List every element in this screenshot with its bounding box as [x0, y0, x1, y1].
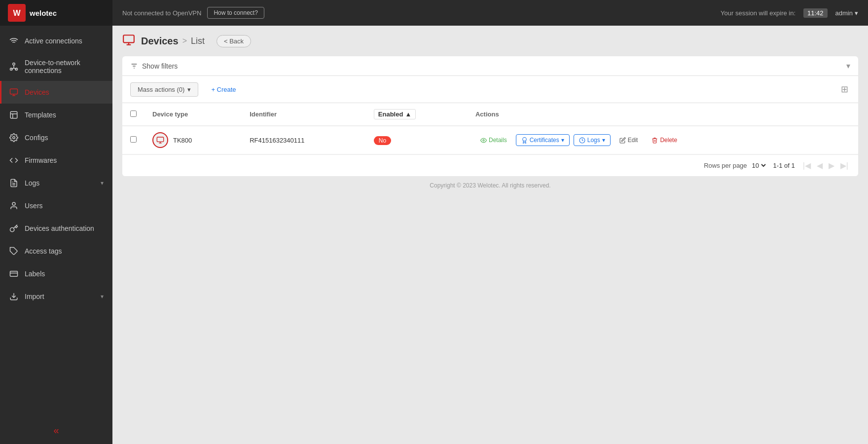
sidebar-item-templates[interactable]: Templates [0, 104, 112, 126]
certificates-button[interactable]: Certificates ▾ [516, 134, 570, 146]
sidebar-item-users[interactable]: Users [0, 194, 112, 217]
sidebar-item-import-label: Import [25, 293, 44, 300]
svg-rect-29 [157, 137, 163, 142]
sidebar-item-devices-authentication-label: Devices authentication [25, 224, 94, 232]
logs-button[interactable]: Logs ▾ [574, 134, 611, 146]
how-to-connect-button[interactable]: How to connect? [207, 7, 264, 19]
logs-label: Logs [587, 137, 600, 144]
mass-actions-button[interactable]: Mass actions (0) ▾ [130, 82, 198, 97]
show-filters-button[interactable]: Show filters [130, 62, 178, 70]
certificates-label: Certificates [530, 137, 559, 144]
header-enabled[interactable]: Enabled ▲ [366, 103, 468, 126]
devices-table: Device type Identifier Enabled ▲ [122, 103, 858, 176]
sidebar-item-users-label: Users [25, 202, 43, 210]
user-dropdown-icon: ▾ [855, 9, 858, 17]
not-connected-status: Not connected to OpenVPN [122, 9, 201, 17]
enabled-label: Enabled [378, 111, 403, 118]
sidebar-item-configs[interactable]: Configs [0, 126, 112, 149]
trash-icon [651, 137, 658, 144]
row-checkbox-cell [122, 126, 145, 154]
sidebar-item-device-to-network[interactable]: Device-to-network connections [0, 52, 112, 81]
device-type-icon [152, 132, 168, 148]
sidebar-item-logs[interactable]: Logs ▾ [0, 172, 112, 194]
filter-icon [130, 62, 138, 70]
label-icon [9, 269, 19, 279]
template-icon [9, 110, 19, 120]
user-menu-button[interactable]: admin ▾ [835, 9, 858, 17]
row-checkbox[interactable] [130, 136, 137, 143]
session-label: Your session will expire in: [721, 9, 796, 17]
page-content: Devices > List < Back Show filters ▾ [112, 26, 868, 444]
collapse-sidebar-button[interactable]: « [53, 425, 59, 436]
row-enabled: No [366, 126, 468, 154]
header-identifier: Identifier [242, 103, 366, 126]
topbar-left: Not connected to OpenVPN How to connect? [122, 7, 264, 19]
device-type-name: TK800 [173, 137, 192, 144]
breadcrumb-list: List [191, 36, 205, 46]
network-icon [9, 62, 19, 72]
topbar: Not connected to OpenVPN How to connect?… [112, 0, 868, 26]
logo-area: W welotec [0, 0, 112, 26]
eye-icon [480, 137, 487, 144]
sidebar-item-labels-label: Labels [25, 270, 45, 278]
username-label: admin [835, 9, 853, 17]
svg-point-15 [13, 137, 15, 139]
edit-label: Edit [628, 137, 638, 144]
table-body: TK800 RF4151632340111 No [122, 126, 858, 154]
certificates-chevron-icon: ▾ [561, 137, 564, 144]
sidebar-item-access-tags[interactable]: Access tags [0, 240, 112, 262]
svg-rect-12 [10, 111, 17, 118]
sidebar-item-devices[interactable]: Devices [0, 81, 112, 104]
filter-chevron-icon: ▾ [846, 61, 850, 71]
back-button[interactable]: < Back [217, 35, 251, 47]
svg-rect-23 [123, 35, 134, 42]
svg-point-32 [483, 139, 484, 141]
edit-icon [619, 137, 626, 144]
sort-asc-icon: ▲ [405, 111, 411, 118]
row-device-type: TK800 [145, 126, 242, 154]
next-page-button[interactable]: ▶ [827, 160, 836, 171]
sidebar-item-templates-label: Templates [25, 111, 56, 119]
header-checkbox-cell [122, 103, 145, 126]
create-button[interactable]: + Create [204, 83, 243, 96]
details-label: Details [489, 137, 507, 144]
delete-label: Delete [660, 137, 677, 144]
header-device-type: Device type [145, 103, 242, 126]
rows-per-page-control: Rows per page 10 25 50 [704, 161, 767, 170]
rows-per-page-select[interactable]: 10 25 50 [750, 161, 767, 170]
row-identifier: RF4151632340111 [242, 126, 366, 154]
sidebar-item-labels[interactable]: Labels [0, 262, 112, 285]
mass-actions-chevron-icon: ▾ [187, 86, 191, 93]
logs-chevron-icon: ▾ [101, 180, 104, 186]
sidebar-footer: « [0, 417, 112, 444]
sidebar: W welotec Active connections Device-t [0, 0, 112, 444]
page-device-icon [122, 34, 135, 48]
sidebar-item-devices-label: Devices [25, 88, 49, 96]
svg-rect-20 [10, 271, 18, 277]
sidebar-item-import[interactable]: Import ▾ [0, 285, 112, 308]
breadcrumb-separator: > [182, 37, 187, 45]
device-icon [9, 87, 19, 97]
select-all-checkbox[interactable] [130, 111, 137, 117]
filter-bar: Show filters ▾ [122, 56, 858, 76]
sidebar-item-firmwares[interactable]: Firmwares [0, 149, 112, 172]
firmware-icon [9, 155, 19, 165]
grid-view-button[interactable]: ⊞ [839, 82, 850, 97]
edit-button[interactable]: Edit [615, 135, 643, 146]
prev-page-button[interactable]: ◀ [815, 160, 825, 171]
rows-per-page-label: Rows per page [704, 162, 747, 169]
import-icon [9, 292, 19, 301]
last-page-button[interactable]: ▶| [838, 160, 850, 171]
sidebar-nav: Active connections Device-to-network con… [0, 26, 112, 417]
table-header-row: Device type Identifier Enabled ▲ [122, 103, 858, 126]
delete-button[interactable]: Delete [647, 135, 682, 146]
main-content: Not connected to OpenVPN How to connect?… [112, 0, 868, 444]
table-card: Show filters ▾ Mass actions (0) ▾ + Crea… [122, 56, 858, 176]
sidebar-item-devices-authentication[interactable]: Devices authentication [0, 217, 112, 240]
show-filters-label: Show filters [142, 62, 178, 70]
first-page-button[interactable]: |◀ [801, 160, 813, 171]
footer: Copyright © 2023 Welotec. All rights res… [122, 176, 858, 195]
details-button[interactable]: Details [475, 135, 512, 146]
sidebar-item-active-connections[interactable]: Active connections [0, 30, 112, 52]
logs-chevron-icon: ▾ [602, 137, 605, 144]
